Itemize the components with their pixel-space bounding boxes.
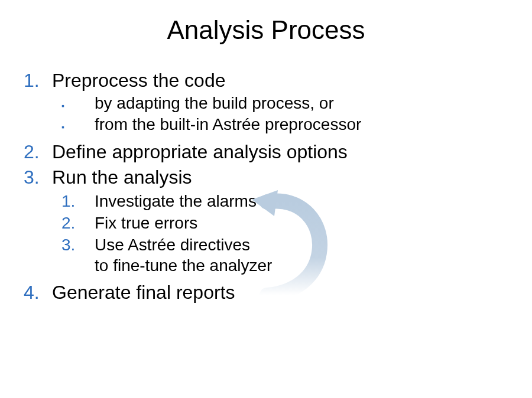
- sub-item-bullet: ▪ by adapting the build process, or: [61, 94, 508, 114]
- list-number: 3.: [24, 167, 52, 188]
- list-text: Generate final reports: [52, 282, 235, 304]
- slide-title: Analysis Process: [0, 15, 532, 45]
- sub-text: Use Astrée directives to fine-tune the a…: [95, 234, 272, 276]
- sub-item-number: 1. Investigate the alarms: [61, 191, 508, 211]
- sub-number: 2.: [61, 214, 95, 233]
- sub-item-number: 3. Use Astrée directives to fine-tune th…: [61, 234, 508, 276]
- list-number: 1.: [24, 70, 52, 92]
- sub-text: Fix true errors: [95, 213, 197, 233]
- sublist-3: 1. Investigate the alarms 2. Fix true er…: [61, 191, 508, 276]
- sub-number: 1.: [61, 192, 95, 211]
- sub-text: Investigate the alarms: [95, 191, 257, 211]
- list-text: Define appropriate analysis options: [52, 141, 348, 163]
- slide: Analysis Process 1. Preprocess the code …: [0, 0, 532, 398]
- list-item-1: 1. Preprocess the code: [24, 70, 508, 92]
- slide-content: 1. Preprocess the code ▪ by adapting the…: [24, 66, 508, 306]
- bullet-icon: ▪: [61, 119, 95, 135]
- bullet-icon: ▪: [61, 97, 95, 114]
- sub-text: from the built-in Astrée preprocessor: [95, 115, 361, 134]
- list-item-3: 3. Run the analysis: [24, 167, 508, 188]
- list-item-2: 2. Define appropriate analysis options: [24, 141, 508, 163]
- list-text: Run the analysis: [52, 167, 192, 188]
- list-item-4: 4. Generate final reports: [24, 282, 508, 304]
- sub-item-bullet: ▪ from the built-in Astrée preprocessor: [61, 115, 508, 135]
- sublist-1: ▪ by adapting the build process, or ▪ fr…: [61, 94, 508, 135]
- sub-number: 3.: [61, 236, 95, 255]
- sub-item-number: 2. Fix true errors: [61, 213, 508, 233]
- list-number: 4.: [24, 282, 52, 304]
- list-number: 2.: [24, 141, 52, 163]
- list-text: Preprocess the code: [52, 70, 226, 92]
- sub-text: by adapting the build process, or: [95, 94, 334, 113]
